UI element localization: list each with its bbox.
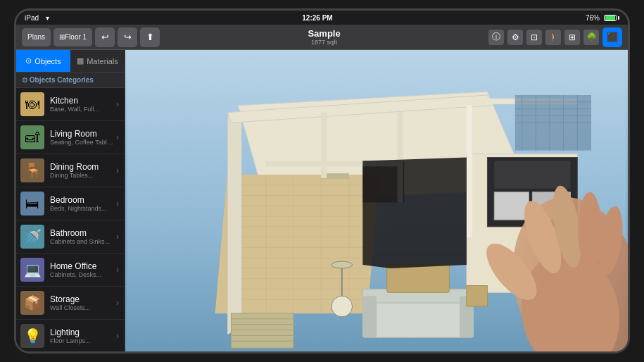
status-right: 76% bbox=[586, 14, 619, 22]
sidebar-item-office[interactable]: 💻 Home Office Cabinets, Desks... › bbox=[16, 254, 125, 287]
tab-objects[interactable]: ⊙ Objects bbox=[16, 50, 70, 72]
svg-rect-60 bbox=[467, 286, 488, 307]
sidebar-item-bathroom[interactable]: 🚿 Bathroom Cabinets and Sinks... › bbox=[16, 220, 125, 254]
storage-name: Storage bbox=[50, 294, 113, 304]
category-header-label: Objects Categories bbox=[30, 76, 94, 84]
materials-tab-label: Materials bbox=[87, 57, 118, 65]
redo-button[interactable]: ↪ bbox=[118, 27, 137, 47]
objects-tab-label: Objects bbox=[34, 57, 61, 65]
materials-tab-icon: ▦ bbox=[77, 56, 84, 65]
sidebar-item-kitchen[interactable]: 🍽 Kitchen Base, Wall, Full... › bbox=[16, 88, 125, 121]
view3d-icon: ⬛ bbox=[607, 32, 618, 42]
living-sub: Seating, Coffee Tables... bbox=[50, 139, 113, 146]
battery-indicator bbox=[604, 15, 619, 21]
plans-label: Plans bbox=[27, 33, 45, 41]
objects-tab-icon: ⊙ bbox=[25, 56, 32, 65]
status-bar: iPad ▾ 12:26 PM 76% bbox=[16, 11, 628, 25]
sidebar: ⊙ Objects ▦ Materials ⊙ Objects Categori… bbox=[16, 50, 125, 351]
objects-icon: ⊙ bbox=[22, 76, 27, 84]
share-icon: ⬆ bbox=[146, 32, 154, 42]
sidebar-item-storage[interactable]: 📦 Storage Wall Closets... › bbox=[16, 287, 125, 320]
svg-point-50 bbox=[332, 296, 353, 317]
bathroom-sub: Cabinets and Sinks... bbox=[50, 238, 113, 245]
wifi-icon: ▾ bbox=[46, 14, 49, 22]
lighting-chevron: › bbox=[116, 331, 119, 341]
toolbar-center: Sample 1877 sqft bbox=[164, 28, 484, 46]
dining-name: Dining Room bbox=[50, 162, 113, 172]
camera-icon: ⊡ bbox=[531, 32, 538, 42]
sidebar-item-lighting[interactable]: 💡 Lighting Floor Lamps... › bbox=[16, 320, 125, 351]
status-time: 12:26 PM bbox=[302, 14, 332, 22]
floor2d-icon: ⊞ bbox=[569, 32, 576, 42]
svg-marker-53 bbox=[362, 158, 467, 268]
bedroom-icon: 🛏 bbox=[20, 192, 44, 216]
office-name: Home Office bbox=[50, 261, 113, 271]
floor2d-button[interactable]: ⊞ bbox=[564, 30, 580, 45]
person-icon: 🚶 bbox=[548, 32, 559, 42]
info-icon: ⓘ bbox=[492, 31, 500, 43]
floor1-button[interactable]: ⊞ Floor 1 bbox=[53, 28, 92, 46]
living-name: Living Room bbox=[50, 129, 113, 139]
sidebar-item-dining[interactable]: 🪑 Dining Room Dining Tables... › bbox=[16, 154, 125, 187]
tree-icon: 🌳 bbox=[586, 32, 597, 42]
toolbar-left: Plans ⊞ Floor 1 ↩ ↪ ⬆ bbox=[22, 27, 160, 47]
office-chevron: › bbox=[116, 265, 119, 275]
svg-rect-47 bbox=[362, 296, 377, 337]
tablet-frame: iPad ▾ 12:26 PM 76% Plans ⊞ Floor 1 bbox=[14, 8, 630, 354]
3d-view[interactable] bbox=[125, 50, 628, 351]
living-chevron: › bbox=[116, 132, 119, 142]
dining-icon: 🪑 bbox=[20, 158, 44, 182]
kitchen-name: Kitchen bbox=[50, 96, 113, 106]
bathroom-icon: 🚿 bbox=[20, 225, 44, 249]
storage-chevron: › bbox=[116, 298, 119, 308]
floor-label: Floor 1 bbox=[65, 33, 87, 41]
svg-rect-49 bbox=[387, 265, 450, 292]
sidebar-item-bedroom[interactable]: 🛏 Bedroom Beds, Nightstands... › bbox=[16, 187, 125, 220]
project-title: Sample bbox=[308, 28, 340, 39]
main-content: ⊙ Objects ▦ Materials ⊙ Objects Categori… bbox=[16, 50, 628, 351]
toolbar: Plans ⊞ Floor 1 ↩ ↪ ⬆ Sample 1877 sqft ⓘ bbox=[16, 25, 628, 50]
gear-icon: ⚙ bbox=[512, 32, 519, 42]
svg-marker-20 bbox=[227, 113, 241, 335]
svg-point-52 bbox=[332, 261, 353, 268]
bathroom-name: Bathroom bbox=[50, 228, 113, 238]
svg-point-65 bbox=[578, 192, 601, 268]
lighting-sub: Floor Lamps... bbox=[50, 337, 113, 344]
category-list[interactable]: 🍽 Kitchen Base, Wall, Full... › 🛋 Living… bbox=[16, 88, 125, 351]
plans-button[interactable]: Plans bbox=[22, 28, 51, 46]
svg-rect-42 bbox=[398, 113, 403, 168]
svg-rect-27 bbox=[467, 106, 472, 237]
bedroom-sub: Beds, Nightstands... bbox=[50, 205, 113, 212]
tree-button[interactable]: 🌳 bbox=[583, 30, 599, 45]
lighting-name: Lighting bbox=[50, 327, 113, 337]
office-icon: 💻 bbox=[20, 258, 44, 282]
camera-button[interactable]: ⊡ bbox=[526, 30, 542, 45]
settings-button[interactable]: ⚙ bbox=[507, 30, 523, 45]
view3d-button[interactable]: ⬛ bbox=[602, 27, 622, 47]
floor-plan-svg bbox=[125, 50, 628, 351]
share-button[interactable]: ⬆ bbox=[140, 27, 160, 47]
sidebar-tab-bar: ⊙ Objects ▦ Materials bbox=[16, 50, 125, 73]
living-icon: 🛋 bbox=[20, 125, 44, 149]
svg-rect-25 bbox=[494, 192, 529, 220]
kitchen-icon: 🍽 bbox=[20, 92, 44, 116]
undo-button[interactable]: ↩ bbox=[95, 27, 115, 47]
person-button[interactable]: 🚶 bbox=[545, 30, 561, 45]
bathroom-chevron: › bbox=[116, 232, 119, 242]
category-header: ⊙ Objects Categories bbox=[16, 73, 125, 88]
storage-icon: 📦 bbox=[20, 291, 44, 315]
info-button[interactable]: ⓘ bbox=[488, 30, 504, 45]
bedroom-name: Bedroom bbox=[50, 195, 113, 205]
redo-icon: ↪ bbox=[124, 32, 132, 42]
sidebar-item-living[interactable]: 🛋 Living Room Seating, Coffee Tables... … bbox=[16, 121, 125, 154]
bedroom-chevron: › bbox=[116, 199, 119, 208]
kitchen-sub: Base, Wall, Full... bbox=[50, 106, 113, 113]
tab-materials[interactable]: ▦ Materials bbox=[70, 50, 125, 72]
lighting-icon: 💡 bbox=[20, 324, 44, 348]
svg-rect-24 bbox=[494, 161, 570, 188]
battery-pct: 76% bbox=[586, 14, 600, 22]
device-label: iPad bbox=[25, 14, 39, 22]
status-left: iPad ▾ bbox=[25, 14, 49, 22]
floor-icon: ⊞ bbox=[59, 33, 65, 41]
office-sub: Cabinets, Desks... bbox=[50, 271, 113, 278]
